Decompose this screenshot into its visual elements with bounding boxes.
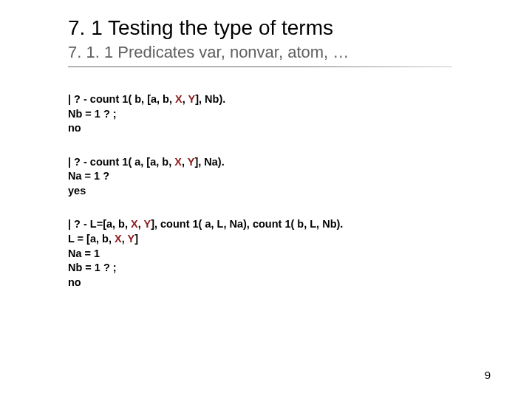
page-number: 9 [485,369,491,381]
query-line: | ? - count 1( a, [a, b, X, Y], Na). [68,155,532,170]
query-line: | ? - L=[a, b, X, Y], count 1( a, L, Na)… [68,217,532,232]
code-block-1: | ? - count 1( b, [a, b, X, Y], Nb). Nb … [68,92,532,136]
result-line: Nb = 1 ? ; [68,261,532,276]
result-line: no [68,121,532,136]
slide-title: 7. 1 Testing the type of terms [68,16,532,40]
result-line: yes [68,184,532,199]
result-line: Na = 1 ? [68,169,532,184]
result-line: Na = 1 [68,247,532,262]
slide-subtitle: 7. 1. 1 Predicates var, nonvar, atom, … [68,43,532,62]
result-line: no [68,276,532,290]
result-line: Nb = 1 ? ; [68,107,532,122]
result-line: L = [a, b, X, Y] [68,232,532,247]
divider-line [68,66,452,67]
code-block-3: | ? - L=[a, b, X, Y], count 1( a, L, Na)… [68,217,532,290]
query-line: | ? - count 1( b, [a, b, X, Y], Nb). [68,92,532,107]
code-block-2: | ? - count 1( a, [a, b, X, Y], Na). Na … [68,155,532,199]
